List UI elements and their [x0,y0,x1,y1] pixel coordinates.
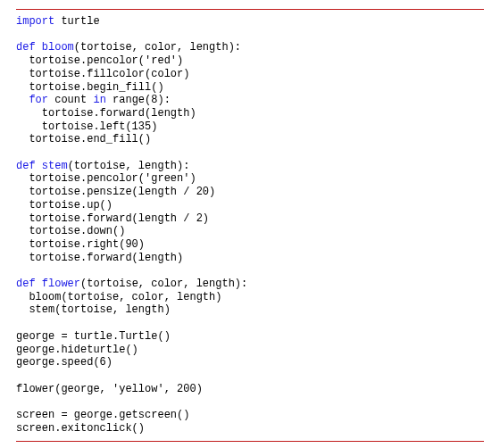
code-line: tortoise.fillcolor(color) [16,68,189,80]
code-line: tortoise.forward(length / 2) [16,212,209,225]
code-line: tortoise.left(135) [16,120,157,133]
code-line: tortoise.end_fill() [16,133,151,145]
kw-def: def [16,41,36,54]
indent [16,94,29,106]
code-text: (tortoise, color, length): [80,278,247,290]
code-line: tortoise.up() [16,199,112,212]
code-line: tortoise.pencolor('red') [16,54,183,67]
kw-in: in [93,94,105,106]
code-line: screen.exitonclick() [16,422,145,435]
bottom-rule [16,441,484,442]
code-line: george.hideturtle() [16,344,138,356]
code-text: (tortoise, length): [68,160,190,172]
fn-stem: stem [36,160,68,172]
code-line: screen = george.getscreen() [16,409,189,421]
code-line: tortoise.down() [16,225,125,237]
code-line: tortoise.forward(length) [16,252,183,264]
fn-flower: flower [36,278,80,290]
code-line: bloom(tortoise, color, length) [16,291,221,303]
page-container: import turtle def bloom(tortoise, color,… [0,0,500,448]
code-line: tortoise.pencolor('green') [16,172,196,185]
code-line: tortoise.forward(length) [16,107,196,120]
code-line: george.speed(6) [16,356,112,369]
code-line: tortoise.right(90) [16,238,145,251]
fn-bloom: bloom [36,41,74,54]
top-rule [16,9,484,10]
code-text: (tortoise, color, length): [74,41,241,54]
kw-def: def [16,160,36,172]
code-listing: import turtle def bloom(tortoise, color,… [16,15,484,436]
kw-def: def [16,278,36,290]
code-line: flower(george, 'yellow', 200) [16,383,203,395]
kw-for: for [29,94,48,106]
code-text: count [48,94,93,106]
code-line: stem(tortoise, length) [16,303,171,316]
kw-import: import [16,15,54,28]
code-line: george = turtle.Turtle() [16,330,171,343]
code-text: range(8): [106,94,171,106]
code-line: tortoise.pensize(length / 20) [16,186,215,198]
code-line: tortoise.begin_fill() [16,81,164,94]
code-text: turtle [54,15,99,28]
